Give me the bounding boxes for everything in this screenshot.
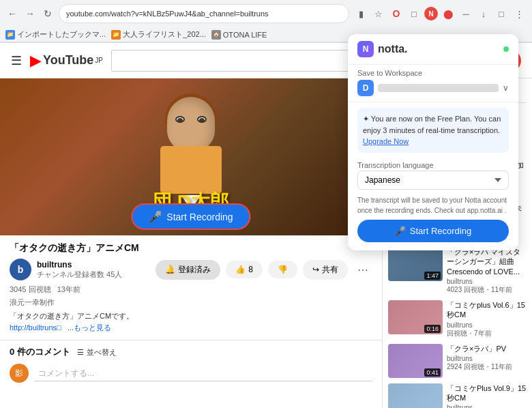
bookmark-label-2: 大人ライフリスト_202...: [123, 29, 206, 40]
start-recording-overlay: 🎤 Start Recording: [131, 203, 250, 230]
description-text: 「オタクの逝き方」アニメCMです。: [10, 312, 134, 320]
bookmark-folder-2[interactable]: 📁 大人ライフリスト_202...: [111, 29, 206, 40]
sidebar-video-6[interactable]: 0:41 「クラ×ラバ」PV builtruns2924 回視聴・11年前: [388, 344, 527, 378]
toolbar-icons: ▮ ☆ O □ N ⬤ ─ ↓ □ ⋮: [353, 6, 527, 21]
channel-info: builtruns チャンネル登録者数 45人: [37, 260, 150, 280]
menu-icon[interactable]: ⋮: [512, 6, 527, 21]
sort-icon: ☰: [77, 348, 84, 357]
search-input[interactable]: [112, 50, 351, 71]
opera-icon[interactable]: O: [389, 6, 404, 21]
channel-subs: チャンネル登録者数 45人: [37, 269, 150, 280]
browser-grid-icon[interactable]: □: [494, 6, 509, 21]
comment-avatar-initial: 影: [15, 368, 23, 379]
back-button[interactable]: ←: [5, 7, 19, 20]
notta-logo-icon: N: [357, 41, 374, 57]
forward-button[interactable]: →: [23, 7, 37, 20]
browser-toolbar: ← → ↻ youtube.com/watch?v=kNLBz5PuwJ4&ab…: [0, 0, 532, 27]
youtube-play-icon: ▶: [30, 52, 42, 70]
profile-icon[interactable]: ⬤: [441, 6, 456, 21]
sidebar-video-info-4: 「クラ×ラバ マイスターシンガーズ」組曲Crescendo of LOVE...…: [447, 247, 527, 295]
search-bar: 🔍: [111, 50, 384, 72]
upload-date: 13年前: [57, 285, 80, 293]
notta-start-btn-label: Start Recording: [410, 226, 471, 236]
channel-name[interactable]: builtruns: [37, 260, 150, 269]
like-button[interactable]: 👍 8: [226, 261, 263, 278]
thumbs-down-icon: 👎: [278, 265, 288, 274]
video-info: 「オタクの逝き方」アニメCM b builtruns チャンネル登録者数 45人…: [0, 235, 382, 340]
channel-initial: b: [18, 264, 24, 275]
char-body: [160, 146, 222, 194]
comments-count: 0 件のコメント: [10, 346, 70, 358]
notta-logo-text: notta.: [378, 43, 408, 55]
notta-mic-icon: 🎤: [395, 226, 406, 236]
notta-status-dot: [503, 46, 509, 52]
download-icon[interactable]: ↓: [476, 6, 491, 21]
folder-icon: 📁: [5, 30, 15, 40]
show-more-link[interactable]: ...もっと見る: [68, 323, 111, 332]
free-plan-text: You are now on the Free Plan. You can en…: [363, 115, 501, 134]
char-head: [167, 97, 215, 151]
video-player[interactable]: 団 D太郎 🎤 Start Recording: [0, 78, 382, 235]
sidebar-meta-5: builtruns回視聴・7年前: [447, 321, 527, 338]
sort-label: 並べ替え: [87, 347, 117, 358]
sidebar-title-6: 「クラ×ラバ」PV: [447, 344, 527, 353]
share-icon: ↪: [312, 265, 319, 274]
url-text: youtube.com/watch?v=kNLBz5PuwJ4&ab_chann…: [66, 10, 269, 18]
minimize-icon[interactable]: ─: [458, 6, 473, 21]
sidebar-title-7: 「コミケPlus Vol.9」15秒CM: [447, 383, 527, 403]
youtube-logo[interactable]: ▶ YouTube JP: [30, 52, 103, 70]
comment-input-row: 影 コメントする...: [10, 364, 372, 383]
dislike-button[interactable]: 👎: [268, 261, 297, 278]
channel-link[interactable]: http://builtruns□: [10, 323, 61, 332]
sidebar-title-5: 「コミケplus Vol.6」15秒CM: [447, 300, 527, 320]
sidebar-meta-4: builtruns4023 回視聴・11年前: [447, 278, 527, 295]
channel-row: b builtruns チャンネル登録者数 45人 🔔 登録済み 👍 8: [10, 259, 372, 280]
hamburger-menu-icon[interactable]: ☰: [11, 53, 22, 68]
start-recording-video-button[interactable]: 🎤 Start Recording: [131, 203, 250, 230]
sidebar-thumb-5: 0:16: [388, 300, 443, 334]
video-producer: 浪元一幸制作: [10, 297, 372, 308]
notta-start-recording-button[interactable]: 🎤 Start Recording: [357, 220, 509, 242]
share-button[interactable]: ↪ 共有: [303, 260, 348, 280]
video-section: 団 D太郎 🎤 Start Recording 「オタクの逝き方」アニメCM b: [0, 78, 382, 408]
notta-popup: N notta. Save to Workspace D ∨ ✦ You are…: [348, 34, 518, 250]
sort-comments-button[interactable]: ☰ 並べ替え: [77, 347, 117, 358]
youtube-logo-jp: JP: [95, 57, 103, 64]
address-bar[interactable]: youtube.com/watch?v=kNLBz5PuwJ4&ab_chann…: [59, 4, 349, 23]
comment-input[interactable]: [34, 366, 372, 381]
bookmark-folder-1[interactable]: 📁 インポートしたブックマ...: [5, 29, 106, 40]
notta-ext-icon[interactable]: N: [424, 7, 438, 20]
comments-header: 0 件のコメント ☰ 並べ替え: [10, 346, 372, 358]
notta-language-select[interactable]: Japanese English Chinese: [357, 171, 509, 190]
channel-avatar[interactable]: b: [10, 259, 31, 280]
cast-icon[interactable]: ▮: [353, 6, 368, 21]
mic-icon: 🎤: [149, 210, 162, 223]
plus-icon: ✦: [363, 115, 371, 123]
page-icon: 🏠: [211, 30, 221, 40]
notta-lang-label: Transcription language: [348, 158, 518, 171]
subscribe-button[interactable]: 🔔 登録済み: [156, 260, 220, 280]
bookmark-star-icon[interactable]: ☆: [371, 6, 386, 21]
notta-popup-header: N notta.: [348, 34, 518, 65]
sidebar-video-7[interactable]: 0:16 「コミケPlus Vol.9」15秒CM builtruns482 回…: [388, 383, 527, 408]
channel-actions: 👍 8 👎 ↪ 共有 ⋯: [226, 260, 372, 280]
sidebar-video-4[interactable]: 1:47 「クラ×ラバ マイスターシンガーズ」組曲Crescendo of LO…: [388, 247, 527, 295]
refresh-button[interactable]: ↻: [41, 7, 55, 20]
notta-workspace-name: [378, 84, 499, 92]
sidebar-thumb-7: 0:16: [388, 383, 443, 408]
comments-section: 0 件のコメント ☰ 並べ替え 影 コメントする...: [0, 340, 382, 388]
notta-workspace-row[interactable]: D ∨: [348, 77, 518, 102]
sidebar-thumb-6: 0:41: [388, 344, 443, 378]
duration-5: 0:16: [424, 325, 441, 333]
comment-user-avatar: 影: [10, 364, 29, 383]
sidebar-video-5[interactable]: 0:16 「コミケplus Vol.6」15秒CM builtruns回視聴・7…: [388, 300, 527, 338]
bookmark-page-1[interactable]: 🏠 OTONA LIFE: [211, 30, 267, 40]
more-options-button[interactable]: ⋯: [353, 261, 372, 279]
plugin-icon[interactable]: □: [407, 6, 422, 21]
save-note-text: The transcript will be saved to your Not…: [357, 196, 507, 214]
share-label: 共有: [322, 264, 338, 276]
folder-icon-2: 📁: [111, 30, 121, 40]
view-count: 3045 回視聴: [10, 285, 51, 293]
upgrade-link[interactable]: Upgrade Now: [363, 137, 409, 145]
start-recording-video-label: Start Recording: [166, 212, 233, 222]
